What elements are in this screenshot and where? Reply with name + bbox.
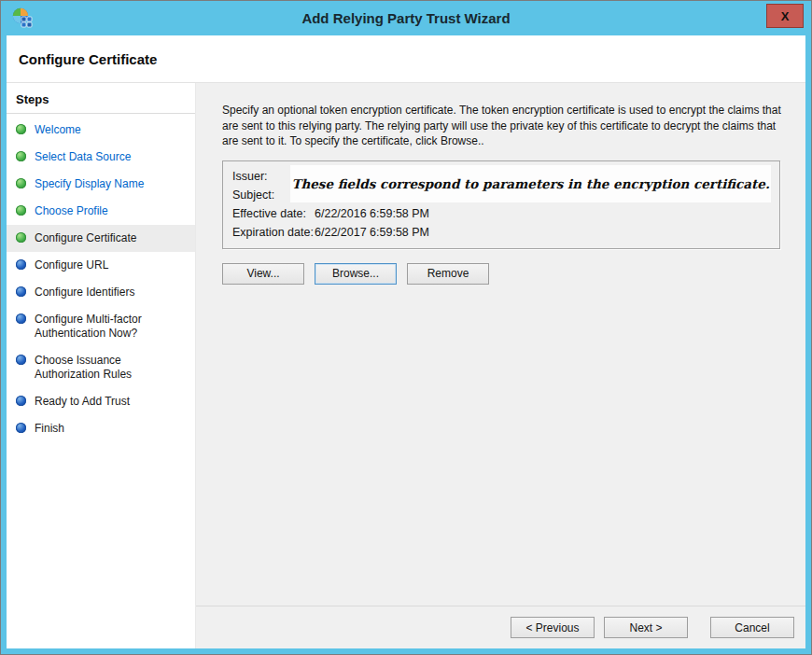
- dialog-body: Configure Certificate Steps Welcome Sele…: [7, 35, 805, 648]
- sidebar-item-specify-display-name[interactable]: Specify Display Name: [7, 171, 195, 198]
- green-dot-icon: [16, 205, 26, 216]
- green-dot-icon: [16, 151, 26, 161]
- blue-dot-icon: [16, 396, 26, 406]
- blue-dot-icon: [16, 314, 26, 324]
- main-panel: Specify an optional token encryption cer…: [196, 83, 805, 648]
- remove-button[interactable]: Remove: [407, 263, 489, 285]
- titlebar: Add Relying Party Trust Wizard X: [1, 1, 811, 35]
- wizard-window: Add Relying Party Trust Wizard X Configu…: [0, 0, 812, 655]
- sidebar-item-configure-identifiers: Configure Identifiers: [7, 279, 195, 306]
- effective-date-label: Effective date:: [232, 207, 315, 220]
- next-button[interactable]: Next >: [604, 617, 688, 638]
- effective-date-value: 6/22/2016 6:59:58 PM: [315, 207, 429, 220]
- blue-dot-icon: [16, 286, 26, 297]
- steps-sidebar: Steps Welcome Select Data Source Specify…: [7, 83, 196, 648]
- sidebar-item-select-data-source[interactable]: Select Data Source: [7, 144, 195, 171]
- page-header: Configure Certificate: [7, 35, 805, 83]
- sidebar-item-configure-mfa: Configure Multi-factor Authentication No…: [7, 306, 195, 347]
- green-dot-icon: [16, 232, 26, 243]
- sidebar-item-ready-to-add-trust: Ready to Add Trust: [7, 388, 195, 415]
- blue-dot-icon: [16, 355, 26, 365]
- expiration-date-label: Expiration date:: [232, 226, 315, 239]
- steps-heading: Steps: [7, 91, 195, 114]
- close-button[interactable]: X: [766, 4, 804, 28]
- green-dot-icon: [16, 124, 26, 134]
- sidebar-item-finish: Finish: [7, 415, 195, 442]
- sidebar-item-configure-url: Configure URL: [7, 252, 195, 279]
- window-title: Add Relying Party Trust Wizard: [57, 1, 755, 35]
- cancel-button[interactable]: Cancel: [710, 617, 794, 638]
- sidebar-item-choose-issuance-rules: Choose Issuance Authorization Rules: [7, 347, 195, 388]
- sidebar-item-choose-profile[interactable]: Choose Profile: [7, 198, 195, 225]
- view-button[interactable]: View...: [222, 263, 304, 285]
- annotation-overlay: These fields correspond to parameters in…: [290, 165, 771, 202]
- blue-dot-icon: [16, 259, 26, 270]
- sidebar-item-welcome[interactable]: Welcome: [7, 117, 195, 144]
- blue-dot-icon: [16, 423, 26, 433]
- sidebar-item-configure-certificate: Configure Certificate: [7, 225, 195, 252]
- expiration-date-value: 6/22/2017 6:59:58 PM: [315, 226, 429, 239]
- green-dot-icon: [16, 178, 26, 188]
- steps-list: Welcome Select Data Source Specify Displ…: [7, 117, 195, 442]
- wizard-footer: < Previous Next > Cancel: [196, 606, 805, 648]
- previous-button[interactable]: < Previous: [511, 617, 595, 638]
- browse-button[interactable]: Browse...: [315, 263, 397, 285]
- certificate-details-box: Issuer: Subject: Effective date: 6/22/20…: [222, 160, 780, 249]
- close-icon: X: [781, 9, 790, 23]
- page-title: Configure Certificate: [19, 51, 157, 67]
- adfs-app-icon: [11, 7, 35, 30]
- page-description: Specify an optional token encryption cer…: [222, 103, 788, 149]
